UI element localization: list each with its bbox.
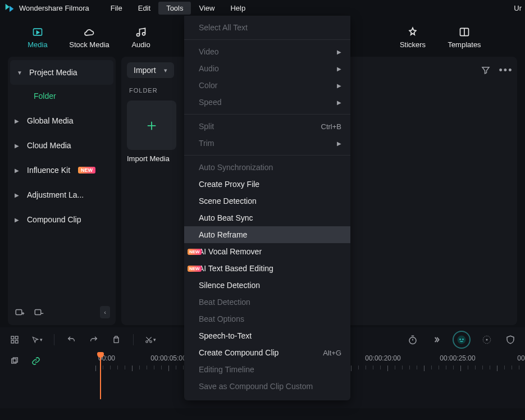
stopwatch-icon[interactable] [407,334,418,345]
svg-point-22 [486,339,487,340]
chevron-right-icon: ▶ [15,167,21,174]
sidebar-collapse-button[interactable]: ‹ [100,306,110,318]
menu-bar: FileEditToolsViewHelp [103,2,253,15]
menu-item-speech-to-text[interactable]: Speech-to-Text [184,327,350,344]
undo-icon[interactable] [66,334,77,345]
sidebar-item-influence-kit[interactable]: ▶Influence KitNEW [8,158,116,182]
menu-divider [184,39,350,40]
chevron-right-icon: ▶ [337,140,341,147]
import-media-tile[interactable]: ＋ [127,101,176,150]
sidebar-item-compound-clip[interactable]: ▶Compound Clip [8,207,116,232]
menu-file[interactable]: File [103,2,130,15]
tools-dropdown: Select All TextVideo▶Audio▶Color▶Speed▶S… [184,16,350,400]
sidebar-item-project-media[interactable]: ▼Project Media [10,60,113,85]
media-icon [30,26,45,38]
menu-item-auto-beat-sync[interactable]: Auto Beat Sync [184,209,350,226]
menu-item-label: Audio [199,64,219,73]
sidebar-item-cloud-media[interactable]: ▶Cloud Media [8,133,116,158]
menu-divider [184,155,350,156]
expand-icon[interactable] [431,334,442,345]
menu-item-label: Speech-to-Text [199,331,252,340]
add-folder-icon[interactable] [13,306,26,318]
menu-item-silence-detection[interactable]: Silence Detection [184,277,350,294]
shield-icon[interactable] [505,334,516,345]
svg-rect-11 [15,336,18,339]
title-bar: Wondershare Filmora FileEditToolsViewHel… [0,0,525,16]
menu-item-create-compound-clip[interactable]: Create Compound ClipAlt+G [184,344,350,361]
grid-view-icon[interactable] [9,334,20,345]
menu-item-create-proxy-file[interactable]: Create Proxy File [184,176,350,193]
tooltab-label: Stickers [400,40,426,49]
tooltab-stickers[interactable]: Stickers [392,22,433,52]
menu-item-label: Auto Reframe [199,230,247,239]
tooltab-templates[interactable]: Templates [444,22,485,52]
menu-item-video: Video▶ [184,43,350,60]
menu-tools[interactable]: Tools [158,2,191,15]
menu-shortcut: Alt+G [323,349,341,357]
menu-item-auto-reframe[interactable]: Auto Reframe [184,226,350,243]
menu-item-ai-text-based-editing[interactable]: NEWAI Text Based Editing [184,260,350,277]
menu-view[interactable]: View [191,2,222,15]
filter-icon[interactable] [480,65,491,76]
playhead[interactable] [100,353,101,399]
sidebar-bottom: ‹ [8,302,116,323]
chevron-right-icon: ▶ [15,143,21,149]
import-button-label: Import [134,66,156,75]
menu-divider [184,114,350,115]
chevron-right-icon: ▶ [337,83,341,89]
sidebar-item-global-media[interactable]: ▶Global Media [8,108,116,133]
svg-point-16 [150,341,152,343]
menu-item-label: Create Proxy File [199,180,259,189]
menu-item-scene-detection[interactable]: Scene Detection [184,193,350,209]
ruler-label: 00:00:05:00 [150,354,186,362]
tooltab-audio[interactable]: Audio [120,22,162,52]
menu-item-label: Create Compound Clip [199,348,279,357]
menu-edit[interactable]: Edit [130,2,158,15]
tooltab-media[interactable]: Media [17,22,58,52]
redo-icon[interactable] [88,334,99,345]
tooltab-label: Audio [131,40,150,49]
tooltab-stock-media[interactable]: Stock Media [69,22,110,52]
menu-item-label: Editing Timeline [199,365,254,374]
cut-icon[interactable]: ▾ [145,334,156,345]
import-button[interactable]: Import ▾ [127,62,174,78]
menu-item-label: Scene Detection [199,197,257,206]
svg-point-15 [146,341,148,343]
settings-dots-icon[interactable] [481,334,492,345]
toolbar-divider [133,334,134,345]
svg-point-20 [462,339,464,340]
chevron-right-icon: ▶ [15,217,21,223]
sidebar-subitem-folder[interactable]: Folder [8,86,116,108]
delete-folder-icon[interactable] [33,306,45,318]
pointer-icon[interactable]: ▾ [31,334,43,345]
menu-item-label: Beat Options [199,314,244,323]
menu-item-label: Video [199,47,219,56]
menu-item-color: Color▶ [184,77,350,94]
sidebar: ▼Project MediaFolder▶Global Media▶Cloud … [8,57,116,325]
sidebar-item-label: Cloud Media [27,141,71,150]
sidebar-item-label: Global Media [27,116,74,125]
chevron-right-icon: ▶ [337,49,341,55]
svg-point-18 [458,336,466,344]
stickers-icon [405,26,420,38]
sidebar-item-adjustment-la-[interactable]: ▶Adjustment La... [8,182,116,207]
tooltab-label: Stock Media [69,40,109,49]
chevron-down-icon: ▾ [164,67,167,74]
chevron-right-icon: ▶ [15,118,21,124]
menu-item-ai-vocal-remover[interactable]: NEWAI Vocal Remover [184,243,350,260]
menu-item-beat-detection: Beat Detection [184,294,350,311]
new-badge: NEW [188,249,202,255]
more-icon[interactable]: ••• [500,65,512,76]
menu-shortcut: Ctrl+B [321,122,341,131]
menu-item-speed: Speed▶ [184,94,350,111]
plus-icon: ＋ [144,115,159,136]
menu-help[interactable]: Help [222,2,253,15]
menu-item-label: Silence Detection [199,281,260,290]
ai-assistant-icon[interactable] [454,332,469,347]
chevron-right-icon: ▶ [15,192,21,198]
sidebar-item-label: Compound Clip [27,215,81,224]
svg-rect-5 [16,310,22,315]
menu-item-label: Split [199,122,214,131]
svg-rect-13 [15,340,18,343]
delete-icon[interactable] [111,334,122,345]
